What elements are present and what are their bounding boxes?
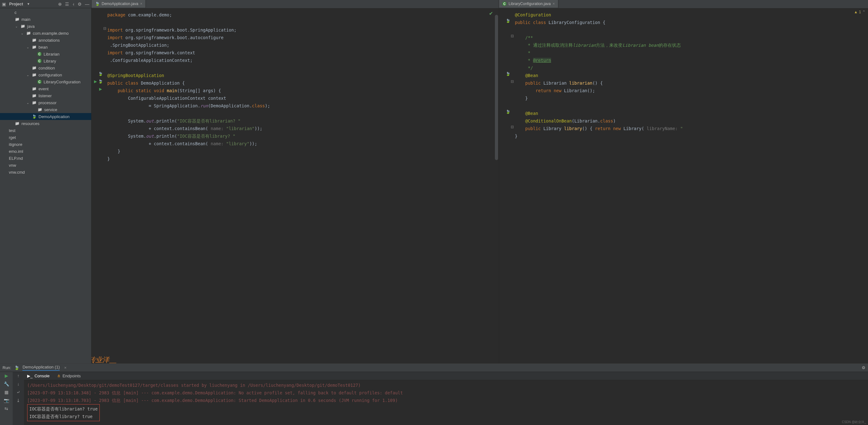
close-tab-icon[interactable]: × <box>140 2 142 6</box>
minimize-icon[interactable]: — <box>85 2 89 7</box>
tree-item-resources[interactable]: ›resources <box>0 120 91 127</box>
run-config-name[interactable]: DemoApplication (1) <box>23 365 60 371</box>
project-view-icon[interactable]: ▣ <box>2 2 6 7</box>
warning-count: 1 <box>859 10 861 14</box>
tree-item-configuration[interactable]: ⌄configuration <box>0 71 91 78</box>
tree-item-emo-iml[interactable]: ›emo.iml <box>0 148 91 155</box>
endpoints-tab[interactable]: ⋔ Endpoints <box>57 373 81 378</box>
tree-item-label: c <box>14 10 17 15</box>
editor-group: DemoApplication.java × ⊟ 🍃 🍃 ▶ ▶ ✔ packa… <box>92 0 868 363</box>
console-output[interactable]: (/Users/liuchenyang/Desktop/git/demoTest… <box>24 380 868 425</box>
project-sidebar-header: ▣ Project ▼ ⊕ ☰ ⫞ ⚙ — <box>0 0 91 8</box>
endpoints-icon: ⋔ <box>57 373 61 378</box>
gear-icon[interactable]: ⚙ <box>78 2 82 7</box>
up-icon[interactable]: ↑ <box>18 373 20 378</box>
tree-item-vnw[interactable]: ›vnw <box>0 162 91 169</box>
tree-item-itignore[interactable]: ›itignore <box>0 141 91 148</box>
chevron-down-icon[interactable]: ⌄ <box>26 101 30 104</box>
chevron-down-icon[interactable]: ▼ <box>27 2 30 6</box>
tree-item-label: emo.iml <box>9 149 23 154</box>
chevron-down-icon[interactable]: ⌄ <box>20 32 24 35</box>
editor-code-right[interactable]: @Configuration public class LibraryConfi… <box>499 8 868 149</box>
run-header: Run: 🍃 DemoApplication (1) × ⚙ <box>0 364 868 372</box>
editor-body-left[interactable]: ⊟ 🍃 🍃 ▶ ▶ ✔ package com.example.demo; im… <box>92 8 499 363</box>
tree-item-label: processor <box>38 100 57 105</box>
tree-item-label: main <box>22 17 30 22</box>
tree-item-demoapplication[interactable]: ›DemoApplication <box>0 113 91 120</box>
folder-icon <box>14 121 20 126</box>
folder-icon <box>20 24 25 29</box>
scroll-icon[interactable]: ⤓ <box>17 398 20 403</box>
tree-item-librarian[interactable]: ›Librarian <box>0 51 91 58</box>
camera-icon[interactable]: 📷 <box>4 398 9 403</box>
tree-item-processor[interactable]: ⌄processor <box>0 99 91 106</box>
warning-icon: ▲ <box>854 10 858 14</box>
tree-item-listener[interactable]: ›listener <box>0 92 91 99</box>
console-line: [2023-07-09 13:13:18.348] - 2983 信息 [mai… <box>27 389 865 397</box>
tab-label: DemoApplication.java <box>102 2 138 6</box>
tree-item-bean[interactable]: ⌄bean <box>0 43 91 51</box>
tree-item-label: Library <box>43 59 56 63</box>
run-gear-icon[interactable]: ⚙ <box>862 365 866 370</box>
tree-item-label: resources <box>22 121 39 126</box>
tree-item-label: bean <box>38 45 48 50</box>
tree-item-label: rget <box>9 135 16 140</box>
tree-item-main[interactable]: ›main <box>0 16 91 23</box>
rerun-icon[interactable]: ▶ <box>5 373 8 378</box>
close-run-tab-icon[interactable]: × <box>64 365 67 370</box>
down-icon[interactable]: ↓ <box>18 382 20 387</box>
expand-icon[interactable]: ⫞ <box>72 2 74 7</box>
class-icon <box>37 52 42 56</box>
footer-watermark: CSDN @砖业洋_ <box>842 420 866 424</box>
tab-demoapplication[interactable]: DemoApplication.java × <box>92 0 146 8</box>
close-tab-icon[interactable]: × <box>553 2 555 6</box>
tree-item-label: com.example.demo <box>33 31 68 36</box>
tree-item-event[interactable]: ›event <box>0 85 91 92</box>
tree-item-label: ELP.md <box>9 156 23 161</box>
sort-icon[interactable]: ☰ <box>65 2 69 7</box>
filter-icon[interactable]: ⇆ <box>4 406 8 411</box>
project-dropdown[interactable]: Project <box>9 2 23 6</box>
class-file-icon <box>502 2 506 6</box>
chevron-down-icon[interactable]: ⌄ <box>14 25 18 28</box>
chevron-down-icon[interactable]: ⌄ <box>26 45 30 49</box>
project-tree[interactable]: ›c›main⌄java⌄com.example.demo›annotation… <box>0 8 91 363</box>
check-icon: ✔ <box>489 10 493 17</box>
tree-item-java[interactable]: ⌄java <box>0 23 91 30</box>
class-icon <box>37 80 42 84</box>
tab-bar-right: LibraryConfiguration.java × <box>499 0 868 8</box>
tree-item-vnw-cmd[interactable]: ›vnw.cmd <box>0 169 91 176</box>
tree-item-elp-md[interactable]: ›ELP.md <box>0 155 91 162</box>
tree-item-c[interactable]: ›c <box>0 9 91 16</box>
tree-item-label: vnw <box>9 163 16 168</box>
wrench-icon[interactable]: 🔧 <box>4 382 9 387</box>
target-icon[interactable]: ⊕ <box>58 2 62 7</box>
tree-item-test[interactable]: ›test <box>0 127 91 134</box>
tree-item-annotations[interactable]: ›annotations <box>0 37 91 43</box>
tree-item-rget[interactable]: ›rget <box>0 134 91 141</box>
tree-item-label: service <box>44 108 57 112</box>
pkg-icon <box>32 93 37 98</box>
tree-item-service[interactable]: ›service <box>0 106 91 113</box>
wrap-icon[interactable]: ⤶ <box>17 390 20 395</box>
tree-item-com-example-demo[interactable]: ⌄com.example.demo <box>0 30 91 37</box>
layout-icon[interactable]: ▦ <box>4 390 8 395</box>
pkg-icon <box>32 37 37 42</box>
editor-scrollbar[interactable] <box>495 15 498 160</box>
tree-item-libraryconfiguration[interactable]: ›LibraryConfiguration <box>0 78 91 85</box>
warning-badge[interactable]: ▲ 1 ⌃ <box>854 10 866 14</box>
tree-item-library[interactable]: ›Library <box>0 58 91 64</box>
console-tab[interactable]: ▶_ Console <box>27 373 50 378</box>
spring-config-icon: 🍃 <box>14 365 19 370</box>
pkg-icon <box>32 44 37 50</box>
tree-item-condition[interactable]: ›condition <box>0 64 91 71</box>
tree-item-label: vnw.cmd <box>9 170 25 175</box>
console-icon: ▶_ <box>27 373 32 378</box>
tab-libraryconfiguration[interactable]: LibraryConfiguration.java × <box>499 0 558 8</box>
endpoints-tab-label: Endpoints <box>62 373 81 378</box>
editor-pane-right: LibraryConfiguration.java × 🍃 ⊟ 🍃 ⊟ 🍃 ⊟ … <box>499 0 868 363</box>
editor-code-left[interactable]: package com.example.demo; import org.spr… <box>92 8 499 172</box>
editor-body-right[interactable]: 🍃 ⊟ 🍃 ⊟ 🍃 ⊟ ▲ 1 ⌃ @Configuration public … <box>499 8 868 363</box>
tab-label: LibraryConfiguration.java <box>508 2 551 6</box>
chevron-down-icon[interactable]: ⌄ <box>26 73 30 77</box>
